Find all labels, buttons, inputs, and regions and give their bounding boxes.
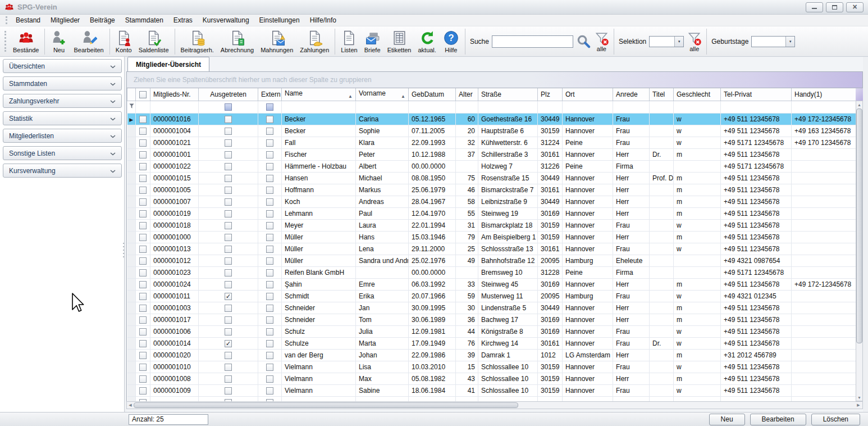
table-row[interactable]: 0000001007KochAndreas28.04.196758Leibniz…: [127, 196, 856, 207]
search-input[interactable]: [492, 35, 573, 48]
selektion-select[interactable]: [649, 36, 684, 47]
toolbar-button-konto[interactable]: Konto: [112, 28, 135, 56]
extern-checkbox[interactable]: [266, 116, 273, 123]
extern-checkbox[interactable]: [266, 257, 273, 265]
column-header-gebdatum[interactable]: GebDatum: [409, 88, 456, 101]
filter-cell-geschlecht[interactable]: [674, 101, 721, 113]
horizontal-scroll-thumb[interactable]: [134, 402, 518, 408]
column-header-select[interactable]: [136, 88, 150, 101]
row-select-checkbox[interactable]: [139, 198, 147, 206]
row-select-checkbox[interactable]: [139, 375, 147, 383]
sidebar-item-stammdaten[interactable]: Stammdaten: [3, 76, 122, 90]
toolbar-button-listen[interactable]: Listen: [337, 28, 360, 56]
row-select-checkbox[interactable]: [139, 352, 147, 359]
ausgetreten-checkbox[interactable]: [225, 305, 232, 312]
toolbar-button-beitragserh[interactable]: Beitragserh.: [177, 28, 217, 56]
ausgetreten-checkbox[interactable]: [225, 269, 232, 277]
row-select-checkbox[interactable]: [139, 128, 147, 135]
row-select-checkbox[interactable]: [139, 281, 147, 288]
table-row[interactable]: 0000001021FallKlara22.09.199332Kühlwette…: [127, 137, 856, 148]
row-select-checkbox[interactable]: [139, 246, 147, 253]
column-header-nr[interactable]: Mitglieds-Nr.: [150, 88, 199, 101]
horizontal-scrollbar[interactable]: [126, 401, 863, 409]
extern-checkbox[interactable]: [266, 139, 273, 147]
ausgetreten-checkbox[interactable]: [225, 187, 232, 194]
ausgetreten-checkbox[interactable]: [225, 316, 232, 324]
sidebar-item-mitgliederlisten[interactable]: Mitgliederlisten: [3, 129, 122, 143]
ausgetreten-checkbox[interactable]: [225, 151, 232, 158]
extern-checkbox[interactable]: [266, 222, 273, 229]
row-select-checkbox[interactable]: [139, 116, 147, 123]
row-select-checkbox[interactable]: [139, 175, 147, 182]
group-by-panel[interactable]: Ziehen Sie eine Spaltenüberschrift hierh…: [126, 71, 863, 88]
search-filter-reset-button[interactable]: alle: [594, 31, 609, 52]
ausgetreten-checkbox[interactable]: [225, 246, 232, 253]
toolbar-button-hilfe[interactable]: ?Hilfe: [440, 28, 463, 56]
ausgetreten-checkbox[interactable]: [225, 340, 232, 347]
sidebar-item-sonstige-listen[interactable]: Sonstige Listen: [3, 146, 122, 160]
ausgetreten-checkbox[interactable]: [225, 257, 232, 265]
selektion-filter-reset-button[interactable]: alle: [687, 31, 702, 52]
column-header-ort[interactable]: Ort: [563, 88, 613, 101]
row-select-checkbox[interactable]: [139, 163, 147, 170]
filter-cell-vorname[interactable]: [356, 101, 409, 113]
row-select-checkbox[interactable]: [139, 387, 147, 395]
table-row[interactable]: 0000001023Reifen Blank GmbH00.00.0000Bre…: [127, 266, 856, 278]
table-row[interactable]: 0000001006SchulzJulia12.09.198144Königst…: [127, 325, 856, 337]
table-row[interactable]: 0000001004BeckerSophie07.11.200520Haupts…: [127, 125, 856, 137]
row-select-checkbox[interactable]: [139, 210, 147, 217]
scroll-right-icon[interactable]: [855, 402, 862, 409]
ausgetreten-checkbox[interactable]: [225, 234, 232, 241]
row-select-checkbox[interactable]: [139, 151, 147, 158]
table-row[interactable]: 0000001014SchulzeMarta17.09.194976Kirchw…: [127, 337, 856, 349]
row-select-checkbox[interactable]: [139, 364, 147, 371]
toolbar-button-bestaende[interactable]: Bestände: [10, 28, 42, 56]
edit-button[interactable]: Bearbeiten: [750, 414, 806, 425]
toolbar-button-neu[interactable]: Neu: [47, 28, 70, 56]
table-row-partial[interactable]: [127, 396, 856, 401]
toolbar-button-bearbeiten[interactable]: Bearbeiten: [70, 28, 107, 56]
column-header-titel[interactable]: Titel: [650, 88, 674, 101]
extern-checkbox[interactable]: [266, 234, 273, 241]
chevron-down-icon[interactable]: [674, 37, 683, 47]
row-select-checkbox[interactable]: [139, 269, 147, 277]
menu-item-kursverwaltung[interactable]: Kursverwaltung: [198, 15, 254, 25]
sidebar-splitter[interactable]: [122, 236, 125, 264]
menu-item-beitraege[interactable]: Beiträge: [85, 15, 120, 25]
ausgetreten-checkbox[interactable]: [225, 293, 232, 300]
extern-checkbox[interactable]: [266, 175, 273, 182]
column-header-alter[interactable]: Alter: [456, 88, 478, 101]
filter-cell-extern[interactable]: [258, 101, 282, 113]
menu-item-hilfe-info[interactable]: Hilfe/Info: [305, 15, 341, 25]
filter-cell-ausgetreten[interactable]: [199, 101, 258, 113]
column-header-anrede[interactable]: Anrede: [613, 88, 650, 101]
filter-cell-ort[interactable]: [563, 101, 613, 113]
extern-checkbox[interactable]: [266, 340, 273, 347]
ausgetreten-checkbox[interactable]: [225, 281, 232, 288]
table-row[interactable]: 0000001013MüllerLena29.11.200025Schlosss…: [127, 243, 856, 255]
extern-checkbox[interactable]: [266, 187, 273, 194]
extern-checkbox[interactable]: [266, 151, 273, 158]
extern-checkbox[interactable]: [266, 316, 273, 324]
close-button[interactable]: [846, 2, 864, 12]
toolbar-gripper[interactable]: [4, 31, 7, 52]
row-select-checkbox[interactable]: [139, 340, 147, 347]
table-row[interactable]: 0000001005HoffmannMarkus25.06.197946Bism…: [127, 184, 856, 196]
extern-checkbox[interactable]: [266, 375, 273, 383]
table-row[interactable]: 0000001020van der BergJohan22.09.198639D…: [127, 349, 856, 361]
filter-cell-plz[interactable]: [538, 101, 563, 113]
ausgetreten-checkbox[interactable]: [225, 210, 232, 217]
column-header-vorname[interactable]: Vorname: [356, 88, 409, 101]
filter-cell-select[interactable]: [136, 101, 150, 113]
row-select-checkbox[interactable]: [139, 328, 147, 336]
ausgetreten-checkbox[interactable]: [225, 175, 232, 182]
toolbar-button-aktual[interactable]: aktual.: [414, 28, 439, 56]
filter-cell-name[interactable]: [282, 101, 356, 113]
sidebar-item-zahlungsverkehr[interactable]: Zahlungsverkehr: [3, 94, 122, 108]
extern-checkbox[interactable]: [266, 198, 273, 206]
toolbar-button-saldenliste[interactable]: Saldenliste: [135, 28, 172, 56]
scroll-left-icon[interactable]: [127, 402, 134, 409]
chevron-down-icon[interactable]: [785, 37, 794, 47]
table-row[interactable]: 0000001022Hämmerle - HolzbauAlbert00.00.…: [127, 160, 856, 172]
extern-checkbox[interactable]: [266, 352, 273, 359]
